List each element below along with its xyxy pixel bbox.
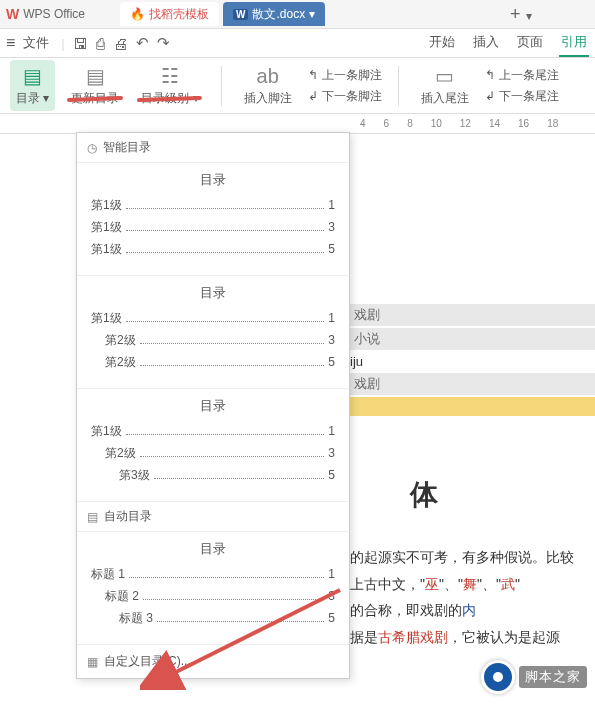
toc-style-option[interactable]: 目录标题 11标题 23标题 35: [77, 532, 349, 645]
toc-preview-row: 第2级5: [91, 354, 335, 371]
doc-line: iju: [350, 352, 595, 371]
toc-row-label: 第1级: [91, 423, 122, 440]
tab-insert[interactable]: 插入: [471, 29, 501, 57]
file-menu[interactable]: 文件: [23, 34, 49, 52]
toc-row-leader: [126, 208, 325, 209]
template-tab[interactable]: 🔥 找稻壳模板: [120, 2, 219, 26]
custom-toc-icon: ▦: [87, 655, 98, 669]
custom-toc-button[interactable]: ▦ 自定义目录(C)...: [77, 645, 349, 678]
toc-row-leader: [157, 621, 324, 622]
print-preview-icon[interactable]: ⎙: [96, 35, 105, 52]
word-doc-icon: W: [233, 9, 248, 20]
doc-line: 小说: [350, 328, 595, 350]
insert-footnote-button[interactable]: ab 插入脚注: [238, 61, 298, 111]
next-endnote-button[interactable]: ↲下一条尾注: [485, 88, 559, 105]
toc-preview-title: 目录: [91, 397, 335, 415]
toc-style-option[interactable]: 目录第1级1第2级3第3级5: [77, 389, 349, 502]
ruler-mark: 8: [407, 118, 413, 129]
toc-icon: ▤: [23, 64, 42, 88]
toc-row-leader: [143, 599, 324, 600]
auto-toc-label: 自动目录: [104, 508, 152, 525]
watermark: 脚本之家: [481, 660, 587, 694]
smart-toc-header: ◷ 智能目录: [77, 133, 349, 163]
update-toc-label: 更新目录: [71, 90, 119, 107]
toc-row-label: 第2级: [105, 445, 136, 462]
tab-page[interactable]: 页面: [515, 29, 545, 57]
toc-preview-title: 目录: [91, 171, 335, 189]
toc-preview-row: 第1级5: [91, 241, 335, 258]
toc-preview-row: 第1级3: [91, 219, 335, 236]
plus-icon: +: [510, 4, 521, 24]
undo-icon[interactable]: ↶: [136, 34, 149, 52]
prev-icon: ↰: [308, 68, 318, 82]
document-area: 戏剧 小说 iju 戏剧 体 的起源实不可考，有多种假说。比较 上古中文，"巫"…: [350, 152, 595, 708]
new-tab-button[interactable]: + ▾: [510, 4, 532, 25]
footnote-icon: ab: [257, 65, 279, 88]
toc-preview-row: 第1级1: [91, 310, 335, 327]
clock-icon: ◷: [87, 141, 97, 155]
insert-footnote-label: 插入脚注: [244, 90, 292, 107]
fire-icon: 🔥: [130, 7, 145, 21]
toc-row-label: 第1级: [91, 219, 122, 236]
redo-icon[interactable]: ↷: [157, 34, 170, 52]
active-document-tab[interactable]: W 散文.docx ▾: [223, 2, 325, 26]
active-doc-label: 散文.docx: [252, 6, 305, 23]
hamburger-icon[interactable]: ≡: [6, 34, 15, 52]
app-name-text: WPS Office: [23, 7, 85, 21]
toc-style-option[interactable]: 目录第1级1第2级3第2级5: [77, 276, 349, 389]
toc-row-label: 第1级: [91, 241, 122, 258]
toc-row-label: 第2级: [105, 354, 136, 371]
watermark-logo-icon: [481, 660, 515, 694]
print-icon[interactable]: 🖨: [113, 35, 128, 52]
toc-preview-row: 标题 23: [91, 588, 335, 605]
template-tab-label: 找稻壳模板: [149, 6, 209, 23]
toc-row-label: 第2级: [105, 332, 136, 349]
next-icon: ↲: [485, 89, 495, 103]
update-toc-icon: ▤: [86, 64, 105, 88]
toc-label: 目录: [16, 91, 40, 105]
doc-line: 戏剧: [350, 373, 595, 395]
next-footnote-button[interactable]: ↲下一条脚注: [308, 88, 382, 105]
insert-endnote-button[interactable]: ▭ 插入尾注: [415, 60, 475, 111]
toc-preview-row: 第1级1: [91, 197, 335, 214]
watermark-text: 脚本之家: [519, 666, 587, 688]
ribbon: ▤ 目录 ▾ ▤ 更新目录 ☷ 目录级别 ▾ ab 插入脚注 ↰上一条脚注 ↲下…: [0, 58, 595, 114]
toc-row-leader: [126, 321, 325, 322]
toc-style-option[interactable]: 目录第1级1第1级3第1级5: [77, 163, 349, 276]
tab-start[interactable]: 开始: [427, 29, 457, 57]
toc-row-leader: [140, 365, 325, 366]
ruler-mark: 18: [547, 118, 558, 129]
ruler-mark: 14: [489, 118, 500, 129]
prev-endnote-button[interactable]: ↰上一条尾注: [485, 67, 559, 84]
update-toc-button[interactable]: ▤ 更新目录: [65, 60, 125, 111]
toc-level-button[interactable]: ☷ 目录级别 ▾: [135, 60, 204, 111]
document-tabs: 🔥 找稻壳模板 W 散文.docx ▾: [120, 2, 325, 26]
toc-preview-row: 标题 11: [91, 566, 335, 583]
toc-preview-row: 第2级3: [91, 445, 335, 462]
custom-toc-label: 自定义目录(C)...: [104, 653, 191, 670]
toc-row-leader: [129, 577, 324, 578]
toc-row-label: 标题 1: [91, 566, 125, 583]
dropdown-icon[interactable]: ▾: [309, 7, 315, 21]
ruler-mark: 6: [384, 118, 390, 129]
insert-endnote-label: 插入尾注: [421, 90, 469, 107]
prev-footnote-button[interactable]: ↰上一条脚注: [308, 67, 382, 84]
toc-row-page: 3: [328, 589, 335, 603]
auto-toc-header: ▤ 自动目录: [77, 502, 349, 532]
next-icon: ↲: [308, 89, 318, 103]
main-tabs: 开始 插入 页面 引用: [427, 29, 589, 57]
toc-row-page: 3: [328, 220, 335, 234]
app-name: W WPS Office: [6, 6, 85, 22]
doc-heading: 体: [350, 476, 595, 514]
save-icon[interactable]: 🖫: [73, 35, 88, 52]
toc-preview-title: 目录: [91, 540, 335, 558]
ruler-mark: 16: [518, 118, 529, 129]
toc-dropdown: ◷ 智能目录 目录第1级1第1级3第1级5目录第1级1第2级3第2级5目录第1级…: [76, 132, 350, 679]
ruler-mark: 4: [360, 118, 366, 129]
tab-references[interactable]: 引用: [559, 29, 589, 57]
toc-preview-row: 标题 35: [91, 610, 335, 627]
next-endnote-label: 下一条尾注: [499, 88, 559, 105]
toc-button[interactable]: ▤ 目录 ▾: [10, 60, 55, 111]
ruler: 4681012141618: [0, 114, 595, 134]
list-icon: ▤: [87, 510, 98, 524]
